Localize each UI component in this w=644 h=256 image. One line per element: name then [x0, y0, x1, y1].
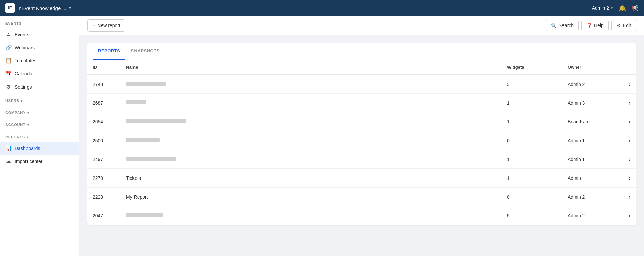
table-row[interactable]: 2687██████1Admin 3› — [87, 94, 636, 112]
reports-card: REPORTS SNAPSHOTS ID Name Widgets Owner — [87, 43, 636, 225]
sidebar-item-templates[interactable]: 📋 Templates — [0, 54, 79, 67]
app-title-area: IE InEvent Knowledge ... ▾ — [5, 3, 71, 13]
cell-name: Tickets — [121, 169, 502, 188]
search-icon: 🔍 — [551, 23, 557, 28]
toolbar-right: 🔍 Search ❓ Help ⚙ Edit — [546, 20, 636, 31]
cell-widgets: 1 — [502, 169, 562, 188]
sidebar-item-label: Templates — [15, 58, 36, 63]
row-arrow-icon: › — [623, 169, 636, 188]
notifications-icon[interactable]: 🔔 — [619, 4, 626, 12]
cell-name: ████████████ — [121, 131, 502, 150]
table-body: 2748███████████3Admin 2›2687██████1Admin… — [87, 75, 636, 225]
cell-widgets: 5 — [502, 206, 562, 225]
new-report-button[interactable]: + New report — [87, 19, 125, 32]
sidebar-item-webinars[interactable]: 🔗 Webinars — [0, 41, 79, 54]
cell-id: 2047 — [87, 206, 121, 225]
toolbar-left: + New report — [87, 19, 125, 32]
plus-icon: + — [92, 22, 95, 29]
webinars-icon: 🔗 — [5, 44, 11, 51]
cell-owner: Admin 2 — [562, 206, 623, 225]
cell-widgets: 1 — [502, 94, 562, 112]
sidebar-item-label: Events — [15, 32, 29, 37]
cell-name: ██████████████████ — [121, 150, 502, 169]
sidebar-item-events[interactable]: 🖥 Events — [0, 28, 79, 41]
table-row[interactable]: 2047████████████5Admin 2› — [87, 206, 636, 225]
events-section-header[interactable]: EVENTS — [0, 16, 79, 28]
tabs-bar: REPORTS SNAPSHOTS — [87, 43, 636, 60]
row-arrow-icon: › — [623, 75, 636, 94]
cell-id: 2748 — [87, 75, 121, 94]
settings-icon: ⚙ — [5, 84, 11, 90]
col-header-owner: Owner — [562, 60, 623, 75]
row-arrow-icon: › — [623, 206, 636, 225]
search-button[interactable]: 🔍 Search — [546, 20, 579, 31]
cell-owner: Admin 1 — [562, 150, 623, 169]
cell-widgets: 1 — [502, 112, 562, 131]
cell-owner: Admin 2 — [562, 188, 623, 206]
table-row[interactable]: 2228My Report0Admin 2› — [87, 188, 636, 206]
top-navigation: IE InEvent Knowledge ... ▾ Admin 2 ▾ 🔔 📢 — [0, 0, 644, 16]
app-name: InEvent Knowledge ... — [17, 5, 66, 11]
reports-section-header[interactable]: REPORTS ▴ — [0, 130, 79, 142]
cell-id: 2270 — [87, 169, 121, 188]
cell-id: 2497 — [87, 150, 121, 169]
tab-reports[interactable]: REPORTS — [93, 43, 125, 60]
dashboards-icon: 📊 — [5, 145, 11, 151]
main-layout: EVENTS 🖥 Events 🔗 Webinars 📋 Templates 📅… — [0, 16, 644, 256]
user-name: Admin 2 — [592, 5, 609, 11]
row-arrow-icon: › — [623, 112, 636, 131]
top-nav-right: Admin 2 ▾ 🔔 📢 — [592, 4, 639, 12]
col-header-widgets: Widgets — [502, 60, 562, 75]
user-menu[interactable]: Admin 2 ▾ — [592, 5, 613, 11]
calendar-icon: 📅 — [5, 70, 11, 77]
toolbar: + New report 🔍 Search ❓ Help ⚙ Edit — [79, 16, 644, 35]
user-chevron-icon: ▾ — [611, 6, 613, 10]
sidebar-item-label: Import center — [15, 159, 42, 164]
reports-table: ID Name Widgets Owner 2748███████████3Ad… — [87, 60, 636, 225]
edit-icon: ⚙ — [616, 23, 621, 28]
table-row[interactable]: 2748███████████3Admin 2› — [87, 75, 636, 94]
cell-name: ███████████ — [121, 75, 502, 94]
table-header: ID Name Widgets Owner — [87, 60, 636, 75]
sidebar-item-label: Webinars — [15, 45, 35, 50]
row-arrow-icon: › — [623, 131, 636, 150]
app-dropdown-chevron[interactable]: ▾ — [69, 6, 71, 10]
sidebar-item-label: Calendar — [15, 71, 34, 76]
help-button[interactable]: ❓ Help — [581, 20, 609, 31]
table-row[interactable]: 2500████████████0Admin 1› — [87, 131, 636, 150]
sidebar: EVENTS 🖥 Events 🔗 Webinars 📋 Templates 📅… — [0, 16, 79, 256]
row-arrow-icon: › — [623, 94, 636, 112]
sidebar-item-dashboards[interactable]: 📊 Dashboards — [0, 142, 79, 155]
content-area: + New report 🔍 Search ❓ Help ⚙ Edit — [79, 16, 644, 256]
cell-name: ██████ — [121, 94, 502, 112]
templates-icon: 📋 — [5, 57, 11, 64]
tab-snapshots[interactable]: SNAPSHOTS — [125, 43, 165, 60]
table-row[interactable]: 2270Tickets1Admin› — [87, 169, 636, 188]
table-row[interactable]: 2497██████████████████1Admin 1› — [87, 150, 636, 169]
megaphone-icon[interactable]: 📢 — [631, 4, 639, 12]
sidebar-item-settings[interactable]: ⚙ Settings — [0, 80, 79, 93]
table-row[interactable]: 2654█ █ ██████████ ████1Brian Karu› — [87, 112, 636, 131]
users-section-header[interactable]: USERS ▾ — [0, 93, 79, 105]
sidebar-item-label: Dashboards — [15, 146, 40, 151]
cell-name: ████████████ — [121, 206, 502, 225]
cell-widgets: 3 — [502, 75, 562, 94]
cell-id: 2654 — [87, 112, 121, 131]
cell-widgets: 1 — [502, 150, 562, 169]
row-arrow-icon: › — [623, 150, 636, 169]
company-section-header[interactable]: COMPANY ▾ — [0, 105, 79, 117]
sidebar-item-calendar[interactable]: 📅 Calendar — [0, 67, 79, 80]
cell-id: 2500 — [87, 131, 121, 150]
edit-button[interactable]: ⚙ Edit — [611, 20, 636, 31]
cell-widgets: 0 — [502, 188, 562, 206]
cell-owner: Admin 3 — [562, 94, 623, 112]
cell-id: 2228 — [87, 188, 121, 206]
events-icon: 🖥 — [5, 32, 11, 38]
cell-owner: Admin — [562, 169, 623, 188]
help-icon: ❓ — [586, 23, 592, 28]
sidebar-item-import-center[interactable]: ☁ Import center — [0, 155, 79, 168]
cell-widgets: 0 — [502, 131, 562, 150]
main-content: REPORTS SNAPSHOTS ID Name Widgets Owner — [79, 35, 644, 256]
account-section-header[interactable]: ACCOUNT ▾ — [0, 117, 79, 130]
sidebar-item-label: Settings — [15, 84, 32, 90]
